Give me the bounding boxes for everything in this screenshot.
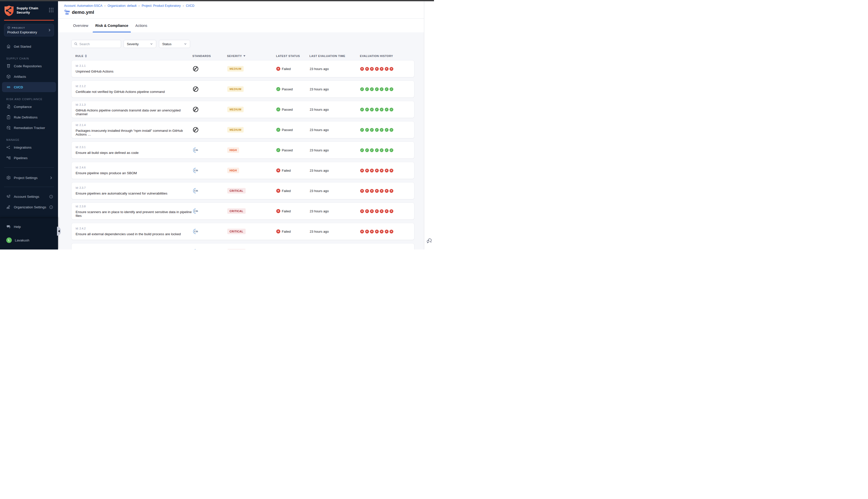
- history-pass-icon[interactable]: ✓: [370, 128, 374, 132]
- history-pass-icon[interactable]: ✓: [389, 87, 393, 91]
- sort-icon[interactable]: [85, 54, 87, 58]
- history-pass-icon[interactable]: ✓: [370, 87, 374, 91]
- history-pass-icon[interactable]: ✓: [375, 108, 379, 111]
- history-pass-icon[interactable]: ✓: [365, 108, 369, 111]
- sidebar-item-code-repositories[interactable]: Code Repositories: [2, 61, 56, 71]
- history-pass-icon[interactable]: ✓: [360, 128, 364, 132]
- sidebar-item-help[interactable]: ? Help: [2, 222, 56, 232]
- severity-filter-dropdown[interactable]: Severity: [123, 40, 156, 48]
- sidebar-item-remediation-tracker[interactable]: Remediation Tracker: [2, 123, 56, 133]
- status-filter-dropdown[interactable]: Status: [159, 40, 190, 48]
- history-fail-icon[interactable]: ✕: [370, 230, 374, 233]
- history-fail-icon[interactable]: ✕: [385, 230, 388, 233]
- history-fail-icon[interactable]: ✕: [365, 209, 369, 213]
- history-pass-icon[interactable]: ✓: [370, 108, 374, 111]
- history-pass-icon[interactable]: ✓: [385, 128, 388, 132]
- chat-bubbles-icon[interactable]: [426, 238, 432, 243]
- history-fail-icon[interactable]: ✕: [365, 67, 369, 71]
- sidebar-item-rule-definitions[interactable]: Rule Definitions: [2, 112, 56, 122]
- history-pass-icon[interactable]: ✓: [365, 148, 369, 152]
- history-fail-icon[interactable]: ✕: [380, 230, 384, 233]
- history-fail-icon[interactable]: ✕: [370, 67, 374, 71]
- project-selector[interactable]: PROJECT Product Exploratory: [4, 24, 54, 36]
- history-fail-icon[interactable]: ✕: [375, 67, 379, 71]
- history-fail-icon[interactable]: ✕: [375, 230, 379, 233]
- breadcrumb-project[interactable]: Project: Product Exploratory: [142, 4, 181, 8]
- history-pass-icon[interactable]: ✓: [389, 128, 393, 132]
- app-switcher-grid-icon[interactable]: [48, 7, 54, 13]
- table-row[interactable]: Id: 2.1.1 Unpinned GitHub Actions MEDIUM…: [71, 60, 414, 77]
- table-row[interactable]: Id: 2.3.7 Ensure pipelines are automatic…: [71, 182, 414, 199]
- history-fail-icon[interactable]: ✕: [360, 230, 364, 233]
- history-pass-icon[interactable]: ✓: [380, 87, 384, 91]
- search-input[interactable]: [80, 42, 118, 46]
- history-pass-icon[interactable]: ✓: [380, 108, 384, 111]
- history-fail-icon[interactable]: ✕: [365, 230, 369, 233]
- history-pass-icon[interactable]: ✓: [385, 148, 388, 152]
- history-fail-icon[interactable]: ✕: [365, 189, 369, 193]
- history-fail-icon[interactable]: ✕: [360, 209, 364, 213]
- history-pass-icon[interactable]: ✓: [385, 87, 388, 91]
- history-fail-icon[interactable]: ✕: [380, 67, 384, 71]
- history-fail-icon[interactable]: ✕: [385, 169, 388, 172]
- severity-sort-icon[interactable]: [243, 55, 245, 57]
- history-fail-icon[interactable]: ✕: [360, 189, 364, 193]
- table-row[interactable]: Id: 2.3.1 Ensure all build steps are def…: [71, 142, 414, 159]
- breadcrumb-module[interactable]: CI/CD: [186, 4, 194, 8]
- sidebar-item-user[interactable]: L Lavakush: [2, 235, 56, 245]
- sidebar-item-project-settings[interactable]: Project Settings: [2, 173, 56, 183]
- table-row[interactable]: Id: 2.1.2 Certificate not verified by Gi…: [71, 81, 414, 98]
- history-pass-icon[interactable]: ✓: [389, 108, 393, 111]
- history-fail-icon[interactable]: ✕: [389, 67, 393, 71]
- history-pass-icon[interactable]: ✓: [375, 128, 379, 132]
- breadcrumb-account[interactable]: Account: Automation-SSCA: [64, 4, 103, 8]
- history-fail-icon[interactable]: ✕: [360, 67, 364, 71]
- history-pass-icon[interactable]: ✓: [385, 108, 388, 111]
- history-fail-icon[interactable]: ✕: [370, 169, 374, 172]
- history-pass-icon[interactable]: ✓: [375, 87, 379, 91]
- sidebar-item-account-settings[interactable]: Account Settings: [2, 192, 56, 202]
- history-pass-icon[interactable]: ✓: [375, 148, 379, 152]
- history-pass-icon[interactable]: ✓: [389, 148, 393, 152]
- history-fail-icon[interactable]: ✕: [375, 209, 379, 213]
- history-fail-icon[interactable]: ✕: [380, 189, 384, 193]
- tab-overview[interactable]: Overview: [73, 19, 89, 32]
- history-fail-icon[interactable]: ✕: [389, 209, 393, 213]
- sidebar-item-pipelines[interactable]: Pipelines: [2, 153, 56, 163]
- sidebar-item-organization-settings[interactable]: Organization Settings: [2, 202, 56, 212]
- sidebar-item-get-started[interactable]: Get Started: [2, 41, 56, 51]
- tab-actions[interactable]: Actions: [135, 19, 148, 32]
- tab-risk-and-compliance[interactable]: Risk & Compliance: [95, 19, 129, 32]
- sidebar-item-cicd[interactable]: CI/CD: [2, 82, 56, 92]
- history-fail-icon[interactable]: ✕: [375, 169, 379, 172]
- history-pass-icon[interactable]: ✓: [365, 128, 369, 132]
- history-fail-icon[interactable]: ✕: [370, 189, 374, 193]
- history-pass-icon[interactable]: ✓: [360, 148, 364, 152]
- history-fail-icon[interactable]: ✕: [380, 169, 384, 172]
- history-fail-icon[interactable]: ✕: [365, 169, 369, 172]
- history-fail-icon[interactable]: ✕: [375, 189, 379, 193]
- sidebar-item-artifacts[interactable]: Artifacts: [2, 72, 56, 82]
- history-pass-icon[interactable]: ✓: [380, 148, 384, 152]
- history-fail-icon[interactable]: ✕: [360, 169, 364, 172]
- table-row[interactable]: Id: 2.1.4 Packages insecurely installed …: [71, 121, 414, 138]
- table-row[interactable]: Id: 2.1.3 GitHub Actions pipeline comman…: [71, 101, 414, 118]
- history-pass-icon[interactable]: ✓: [360, 87, 364, 91]
- history-pass-icon[interactable]: ✓: [380, 128, 384, 132]
- history-fail-icon[interactable]: ✕: [385, 67, 388, 71]
- history-fail-icon[interactable]: ✕: [389, 169, 393, 172]
- history-pass-icon[interactable]: ✓: [365, 87, 369, 91]
- history-pass-icon[interactable]: ✓: [370, 148, 374, 152]
- history-fail-icon[interactable]: ✕: [370, 209, 374, 213]
- history-fail-icon[interactable]: ✕: [385, 209, 388, 213]
- table-row[interactable]: Id: 2.4.6 Ensure pipeline steps produce …: [71, 162, 414, 179]
- history-fail-icon[interactable]: ✕: [389, 230, 393, 233]
- history-fail-icon[interactable]: ✕: [380, 209, 384, 213]
- sidebar-item-integrations[interactable]: Integrations: [2, 142, 56, 153]
- table-row[interactable]: Id: 3.1.7 CIS CRITICAL ✕ Failed 23 hours…: [71, 243, 414, 250]
- table-row[interactable]: Id: 2.4.2 Ensure all external dependenci…: [71, 223, 414, 240]
- history-fail-icon[interactable]: ✕: [385, 189, 388, 193]
- table-row[interactable]: Id: 2.3.8 Ensure scanners are in place t…: [71, 203, 414, 220]
- breadcrumb-organization[interactable]: Organization: default: [108, 4, 136, 8]
- history-fail-icon[interactable]: ✕: [389, 189, 393, 193]
